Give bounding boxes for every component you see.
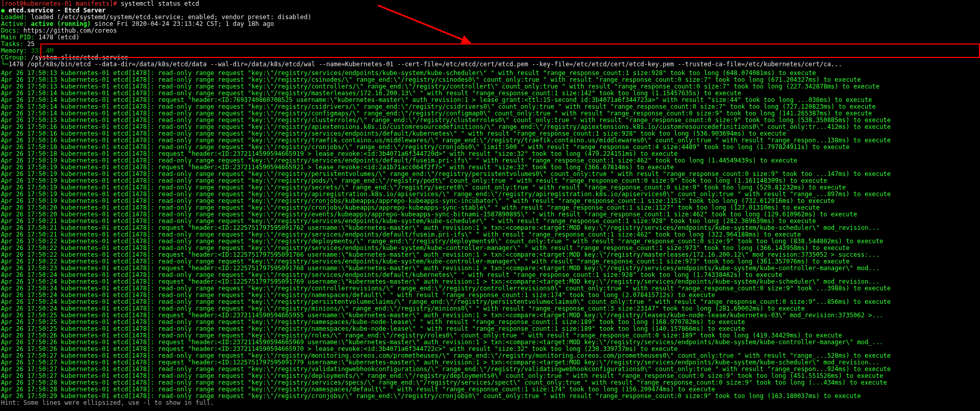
docs-label: Docs:	[1, 27, 23, 34]
prompt-line: [root@kubernetes-01 manifests]# systemct…	[1, 1, 979, 7]
memory-line: Memory: 331.4M	[1, 48, 979, 54]
memory-label: Memory:	[1, 47, 31, 54]
prompt-hash: ]#	[110, 0, 121, 7]
tasks-line: Tasks: 25	[1, 41, 979, 48]
cgroup-leaf-value: 1478 /opt/k8s/bin/etcd --data-dir=/data/…	[8, 61, 842, 68]
cgroup-leaf-line: └─1478 /opt/k8s/bin/etcd --data-dir=/dat…	[1, 61, 979, 68]
memory-value: 331.4M	[31, 47, 53, 54]
docs-value: https://github.com/coreos	[23, 27, 117, 34]
hint-line: Hint: Some lines were ellipsized, use -l…	[1, 400, 979, 406]
active-state: active (running)	[31, 20, 91, 27]
prompt-path: manifests	[72, 0, 109, 7]
active-label: Active:	[1, 20, 31, 27]
tasks-label: Tasks:	[1, 40, 27, 48]
unit-name: etcd.service - Etcd Server	[8, 7, 106, 14]
tasks-value: 25	[27, 40, 35, 48]
cgroup-label: CGroup:	[1, 54, 31, 61]
mainpid-label: Main PID:	[1, 34, 38, 41]
terminal-screen[interactable]: [root@kubernetes-01 manifests]# systemct…	[0, 0, 980, 407]
prompt-user: root	[5, 0, 20, 7]
loaded-value: loaded (/etc/systemd/system/etcd.service…	[31, 13, 311, 21]
cgroup-value: /system.slice/etcd.service	[31, 54, 128, 61]
command-text: systemctl status etcd	[121, 0, 199, 7]
mainpid-value: 1478 (etcd)	[38, 34, 79, 41]
active-line: Active: active (running) since Fri 2020-…	[1, 21, 979, 27]
prompt-host: kubernetes-01	[23, 0, 72, 7]
log-output: Apr 26 17:50:13 kubernetes-01 etcd[1478]…	[1, 70, 979, 400]
loaded-label: Loaded:	[1, 13, 31, 21]
mainpid-line: Main PID: 1478 (etcd)	[1, 34, 979, 41]
active-since: since Fri 2020-04-24 23:13:42 CST; 1 day…	[91, 20, 274, 27]
cgroup-leaf-prefix: └─	[1, 61, 8, 68]
docs-line: Docs: https://github.com/coreos	[1, 27, 979, 34]
